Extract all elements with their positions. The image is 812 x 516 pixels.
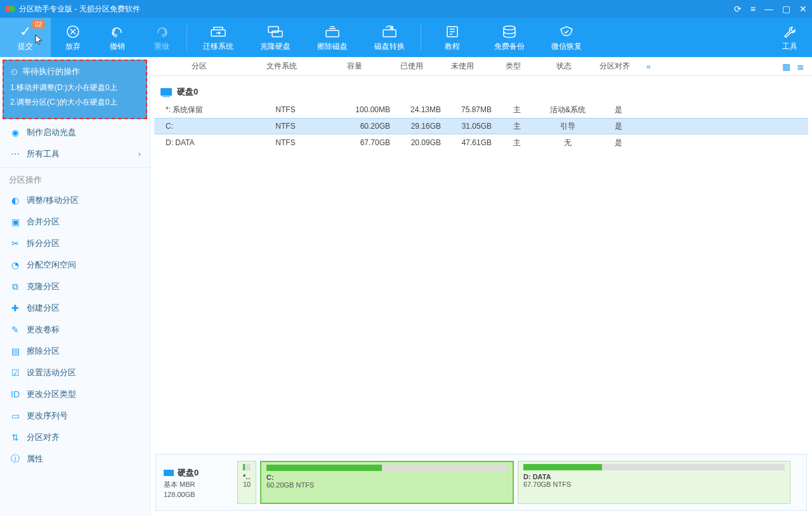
- col-filesystem[interactable]: 文件系统: [240, 61, 323, 72]
- clone-disk-icon: [267, 23, 284, 40]
- partition-row[interactable]: D: DATA NTFS 67.70GB 20.09GB 47.61GB 主 无…: [154, 134, 808, 151]
- convert-disk-icon: [381, 23, 398, 40]
- view-grid-icon[interactable]: ▦: [782, 61, 790, 72]
- table-header: 分区 文件系统 容量 已使用 未使用 类型 状态 分区对齐 « ▦ ≣: [150, 57, 812, 76]
- redo-button: 重做: [140, 18, 184, 57]
- make-boot-disc[interactable]: ◉ 制作启动光盘: [0, 122, 150, 143]
- col-status[interactable]: 状态: [539, 61, 589, 72]
- side-op-item[interactable]: ✚创建分区: [0, 297, 150, 319]
- op-icon: ☑: [9, 368, 22, 378]
- all-tools[interactable]: ⋯ 所有工具 ›: [0, 143, 150, 165]
- chevron-right-icon: ›: [138, 150, 141, 158]
- op-icon: ID: [9, 389, 22, 399]
- cursor-icon: [35, 34, 44, 46]
- discard-icon: [65, 23, 81, 40]
- side-op-item[interactable]: ⧉克隆分区: [0, 276, 150, 297]
- side-op-item[interactable]: ◐调整/移动分区: [0, 190, 150, 211]
- title-bar: 分区助手专业版 - 无损分区免费软件 ⟳ ≡ — ▢ ✕: [0, 0, 812, 18]
- collapse-columns-icon[interactable]: «: [646, 62, 651, 71]
- svg-rect-6: [326, 30, 339, 37]
- op-icon: ✚: [9, 303, 22, 313]
- col-partition[interactable]: 分区: [158, 61, 240, 72]
- commit-button[interactable]: 02 ✓ 提交: [0, 18, 51, 57]
- disk-icon: [160, 88, 172, 96]
- svg-rect-7: [383, 30, 396, 37]
- disk-diagram: 硬盘0 基本 MBR 128.00GB *: … 10… C: 60.20GB …: [155, 454, 807, 511]
- pending-op[interactable]: 1.移动并调整(D:)大小在硬盘0上: [10, 82, 140, 93]
- op-icon: ▤: [9, 346, 22, 356]
- side-op-item[interactable]: ▭更改序列号: [0, 405, 150, 427]
- toolbar-separator: [421, 25, 421, 50]
- undo-icon: [110, 23, 125, 40]
- backup-icon: [502, 23, 517, 40]
- wipe-disk-icon: [324, 23, 341, 40]
- op-icon: ▭: [9, 411, 22, 421]
- op-icon: ◐: [9, 195, 22, 205]
- toolbar-separator: [187, 25, 187, 50]
- pending-op[interactable]: 2.调整分区(C:)的大小在硬盘0上: [10, 97, 140, 108]
- partition-row[interactable]: *: 系统保留 NTFS 100.00MB 24.13MB 75.87MB 主 …: [154, 101, 808, 118]
- disc-icon: ◉: [9, 127, 22, 138]
- tutorial-button[interactable]: 教程: [424, 18, 481, 57]
- diagram-partition[interactable]: *: … 10…: [237, 461, 256, 504]
- partition-row[interactable]: C: NTFS 60.20GB 29.16GB 31.05GB 主 引导 是: [154, 118, 808, 134]
- wechat-recover-icon: [559, 23, 574, 40]
- side-op-item[interactable]: ⓘ属性: [0, 448, 150, 470]
- check-icon: ✓: [20, 23, 31, 40]
- side-op-item[interactable]: ☑设置活动分区: [0, 362, 150, 384]
- col-capacity[interactable]: 容量: [323, 61, 386, 72]
- convert-disk-button[interactable]: 磁盘转换: [361, 18, 418, 57]
- diagram-partition[interactable]: D: DATA 67.70GB NTFS: [518, 461, 790, 504]
- tools-button[interactable]: 工具: [768, 18, 812, 57]
- wechat-recover-button[interactable]: 微信恢复: [538, 18, 595, 57]
- partition-list: 硬盘0 *: 系统保留 NTFS 100.00MB 24.13MB 75.87M…: [150, 76, 812, 449]
- minimize-button[interactable]: —: [764, 4, 773, 14]
- op-icon: ▣: [9, 217, 22, 227]
- col-align[interactable]: 分区对齐: [589, 61, 640, 72]
- diagram-disk-info[interactable]: 硬盘0 基本 MBR 128.00GB: [164, 461, 233, 504]
- view-list-icon[interactable]: ≣: [797, 61, 804, 72]
- wrench-icon: [782, 23, 797, 40]
- undo-button[interactable]: 撤销: [95, 18, 140, 57]
- op-icon: ✎: [9, 325, 22, 335]
- side-op-item[interactable]: ◔分配空闲空间: [0, 254, 150, 276]
- op-icon: ⧉: [9, 281, 22, 292]
- free-backup-button[interactable]: 免费备份: [481, 18, 538, 57]
- side-op-item[interactable]: ✂拆分分区: [0, 233, 150, 254]
- window-controls: ⟳ ≡ — ▢ ✕: [734, 4, 807, 14]
- maximize-button[interactable]: ▢: [782, 4, 790, 14]
- op-icon: ✂: [9, 238, 22, 248]
- side-op-item[interactable]: ID更改分区类型: [0, 384, 150, 405]
- diagram-partition[interactable]: C: 60.20GB NTFS: [260, 461, 514, 504]
- tutorial-icon: [445, 23, 460, 40]
- op-icon: ⇅: [9, 432, 22, 442]
- sidebar: ⏲等待执行的操作 1.移动并调整(D:)大小在硬盘0上2.调整分区(C:)的大小…: [0, 57, 150, 516]
- pending-header: ⏲等待执行的操作: [10, 66, 140, 77]
- app-logo-icon: [5, 4, 15, 14]
- wipe-disk-button[interactable]: 擦除磁盘: [304, 18, 361, 57]
- side-op-item[interactable]: ▣合并分区: [0, 211, 150, 233]
- clone-disk-button[interactable]: 克隆硬盘: [247, 18, 304, 57]
- migrate-os-button[interactable]: 迁移系统: [190, 18, 247, 57]
- commit-badge: 02: [32, 20, 44, 29]
- op-icon: ⓘ: [9, 454, 22, 464]
- refresh-icon[interactable]: ⟳: [734, 4, 742, 14]
- disk-header[interactable]: 硬盘0: [154, 82, 808, 101]
- main-content: 分区 文件系统 容量 已使用 未使用 类型 状态 分区对齐 « ▦ ≣ 硬盘0 …: [150, 57, 812, 516]
- col-type[interactable]: 类型: [488, 61, 539, 72]
- svg-point-9: [504, 26, 515, 30]
- col-unused[interactable]: 未使用: [437, 61, 488, 72]
- op-icon: ◔: [9, 260, 22, 270]
- pending-operations-box: ⏲等待执行的操作 1.移动并调整(D:)大小在硬盘0上2.调整分区(C:)的大小…: [3, 60, 147, 119]
- partition-ops-section: 分区操作: [0, 167, 150, 190]
- side-op-item[interactable]: ✎更改卷标: [0, 319, 150, 340]
- menu-icon[interactable]: ≡: [750, 4, 756, 14]
- side-op-item[interactable]: ▤擦除分区: [0, 340, 150, 362]
- col-used[interactable]: 已使用: [386, 61, 437, 72]
- window-title: 分区助手专业版 - 无损分区免费软件: [19, 4, 734, 15]
- migrate-icon: [210, 23, 226, 40]
- discard-button[interactable]: 放弃: [51, 18, 95, 57]
- main-toolbar: 02 ✓ 提交 放弃 撤销 重做 迁移系统 克隆硬盘 擦除磁盘 磁盘转换 教程 …: [0, 18, 812, 57]
- close-button[interactable]: ✕: [799, 4, 807, 14]
- side-op-item[interactable]: ⇅分区对齐: [0, 427, 150, 448]
